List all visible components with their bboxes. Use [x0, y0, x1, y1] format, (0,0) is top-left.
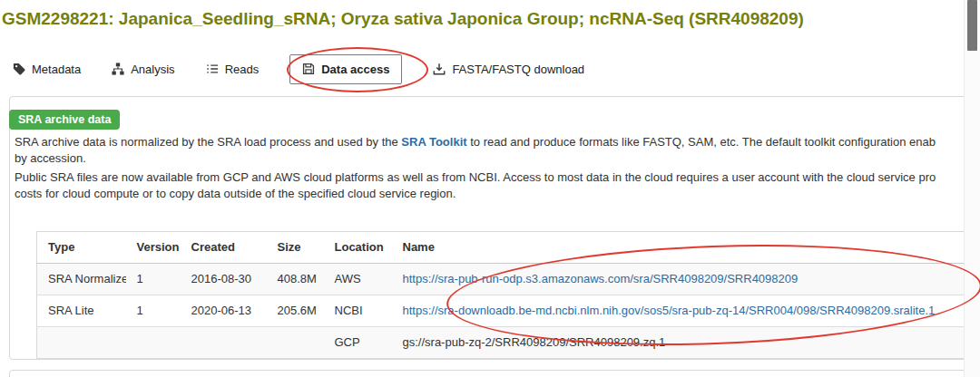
- cell-version: [126, 327, 181, 359]
- file-url-link[interactable]: https://sra-pub-run-odp.s3.amazonaws.com…: [403, 272, 799, 285]
- cell-size: 205.6M: [267, 295, 324, 327]
- intro-text-after: to read and produce formats like FASTQ, …: [467, 135, 936, 149]
- sitemap-icon: [112, 63, 124, 75]
- cell-name: https://sra-downloadb.be-md.ncbi.nlm.nih…: [392, 295, 980, 327]
- sra-archive-panel: SRA archive data SRA archive data is nor…: [9, 96, 980, 360]
- tab-reads[interactable]: Reads: [206, 63, 260, 76]
- cloud-paragraph: Public SRA files are now available from …: [15, 169, 980, 202]
- intro-text-line2: by accession.: [15, 151, 86, 165]
- cell-version: 1: [126, 264, 181, 295]
- sra-files-table: Type Version Created Size Location Name …: [36, 231, 980, 359]
- table-header-row: Type Version Created Size Location Name: [37, 232, 980, 264]
- cloud-text-line1: Public SRA files are now available from …: [15, 170, 936, 184]
- tab-label: Analysis: [131, 63, 174, 76]
- sra-toolkit-link[interactable]: SRA Toolkit: [401, 135, 466, 149]
- download-icon: [433, 63, 446, 75]
- intro-text-before: SRA archive data is normalized by the SR…: [15, 135, 401, 149]
- tab-metadata[interactable]: Metadata: [13, 63, 81, 76]
- cell-created: 2020-06-13: [181, 295, 267, 327]
- cell-type: [37, 327, 126, 359]
- cell-type: SRA Lite: [37, 295, 126, 327]
- cell-created: 2016-08-30: [181, 264, 267, 295]
- column-header-name: Name: [392, 232, 980, 264]
- table-row: GCP gs://sra-pub-zq-2/SRR4098209/SRR4098…: [37, 327, 980, 359]
- cell-size: 408.8M: [267, 264, 324, 295]
- cell-location: GCP: [324, 327, 392, 359]
- tab-label: Reads: [225, 63, 260, 76]
- column-header-type: Type: [37, 232, 126, 264]
- tab-bar: Metadata Analysis Reads Data access FAST…: [13, 52, 584, 86]
- cell-name: https://sra-pub-run-odp.s3.amazonaws.com…: [392, 264, 980, 295]
- tab-data-access[interactable]: Data access: [289, 54, 402, 84]
- cell-size: [267, 327, 324, 359]
- table-row: SRA Lite 1 2020-06-13 205.6M NCBI https:…: [37, 295, 980, 327]
- next-section-panel: [9, 370, 980, 377]
- sra-archive-badge: SRA archive data: [9, 110, 120, 130]
- column-header-size: Size: [267, 232, 324, 264]
- vertical-scrollbar[interactable]: [964, 0, 980, 377]
- list-icon: [206, 63, 219, 75]
- tag-icon: [13, 63, 25, 75]
- cell-version: 1: [126, 295, 181, 327]
- tab-label: Data access: [321, 63, 389, 76]
- cell-type: SRA Normalized: [37, 264, 126, 295]
- file-url-link[interactable]: https://sra-downloadb.be-md.ncbi.nlm.nih…: [403, 304, 936, 317]
- column-header-version: Version: [126, 232, 181, 264]
- file-url-text: gs://sra-pub-zq-2/SRR4098209/SRR4098209.…: [403, 335, 666, 349]
- tab-label: FASTA/FASTQ download: [452, 63, 584, 76]
- cell-location: NCBI: [324, 295, 392, 327]
- cell-name: gs://sra-pub-zq-2/SRR4098209/SRR4098209.…: [392, 327, 980, 359]
- cloud-text-line2: costs for cloud compute or to copy data …: [15, 187, 456, 200]
- save-icon: [302, 63, 315, 75]
- scrollbar-thumb[interactable]: [967, 0, 977, 51]
- column-header-location: Location: [324, 232, 392, 264]
- intro-paragraph: SRA archive data is normalized by the SR…: [15, 134, 980, 167]
- tab-analysis[interactable]: Analysis: [112, 63, 174, 76]
- table-row: SRA Normalized 1 2016-08-30 408.8M AWS h…: [37, 264, 980, 295]
- tab-fasta-fastq-download[interactable]: FASTA/FASTQ download: [433, 63, 584, 76]
- cell-created: [181, 327, 267, 359]
- cell-location: AWS: [324, 264, 392, 295]
- tab-label: Metadata: [32, 63, 81, 76]
- page-title: GSM2298221: Japanica_Seedling_sRNA; Oryz…: [2, 9, 804, 29]
- column-header-created: Created: [181, 232, 267, 264]
